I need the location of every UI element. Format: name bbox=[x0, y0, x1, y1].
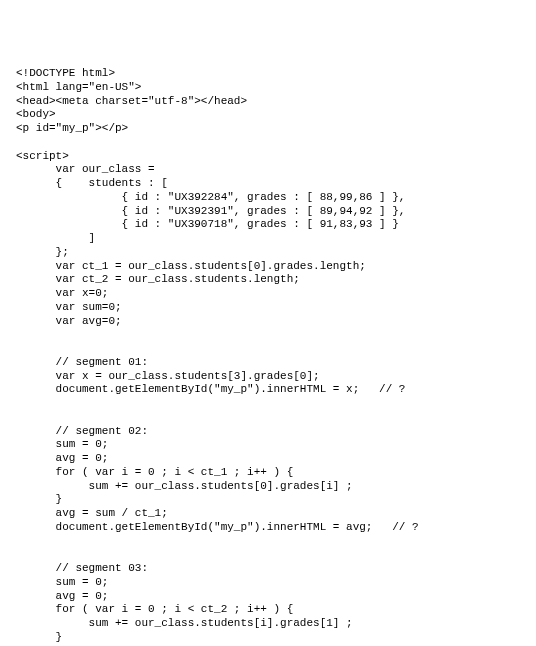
code-text-a: <!DOCTYPE html> <html lang="en-US"> <hea… bbox=[16, 67, 419, 646]
code-block: <!DOCTYPE html> <html lang="en-US"> <hea… bbox=[16, 67, 520, 646]
